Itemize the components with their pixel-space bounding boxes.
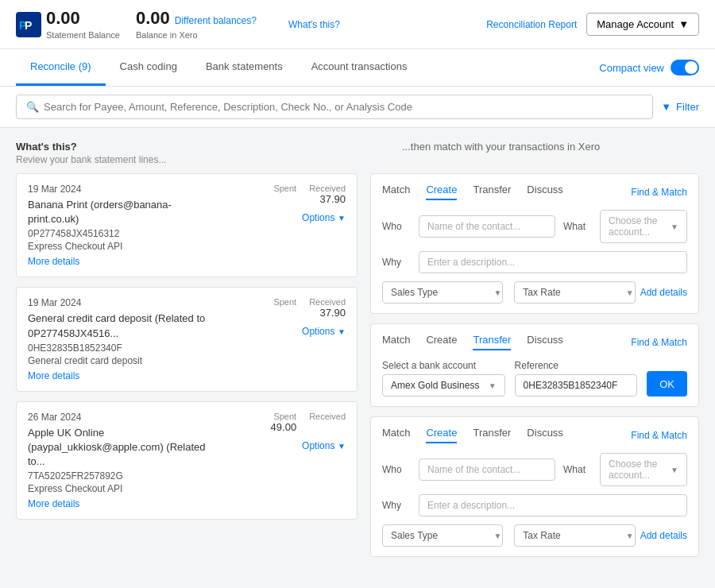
tx-date-2: 19 Mar 2024 xyxy=(28,297,210,308)
tax-rate-select-1[interactable]: Tax Rate xyxy=(514,281,635,304)
tx-received-label-3: Received xyxy=(309,412,346,421)
manage-account-label: Manage Account xyxy=(597,18,674,30)
tx-date-3: 26 Mar 2024 xyxy=(28,412,207,423)
options-btn-1[interactable]: Options xyxy=(302,212,334,223)
match-tab-create-2[interactable]: Create xyxy=(426,334,457,350)
statement-balance-label: Statement Balance xyxy=(46,30,120,40)
filter-button[interactable]: ▼ Filter xyxy=(661,101,699,113)
left-section-header: What's this? Review your bank statement … xyxy=(16,141,358,165)
sales-type-select-3[interactable]: Sales Type xyxy=(382,524,503,547)
compact-view-toggle[interactable]: Compact view xyxy=(599,60,699,75)
match-tab-transfer-3[interactable]: Transfer xyxy=(473,427,511,443)
who-input-3[interactable] xyxy=(419,458,555,481)
tx-received-label-2: Received xyxy=(309,297,346,307)
add-details-link-1[interactable]: Add details xyxy=(640,287,687,298)
transactions-area: 19 Mar 2024 Banana Print (orders@banana-… xyxy=(16,173,699,557)
sales-type-select-1[interactable]: Sales Type xyxy=(382,281,503,304)
tx-spent-label-1: Spent xyxy=(273,184,296,193)
search-input[interactable] xyxy=(44,101,643,113)
tx-received-label-1: Received xyxy=(309,184,346,193)
tx-received-value-1: 37.90 xyxy=(309,193,346,205)
left-section-subtitle: Review your bank statement lines... xyxy=(16,154,358,165)
bank-select-wrapper-2[interactable]: Amex Gold Business ▼ xyxy=(382,374,505,397)
options-btn-3[interactable]: Options xyxy=(302,440,334,451)
tax-chevron-3: ▼ xyxy=(626,532,634,540)
search-icon: 🔍 xyxy=(26,101,39,113)
sales-chevron-3: ▼ xyxy=(493,532,501,540)
options-btn-2[interactable]: Options xyxy=(302,326,334,337)
options-chevron-1: ▼ xyxy=(338,214,346,222)
who-row-3: Who What Choose the account... ▼ xyxy=(382,453,687,486)
match-tabs-1: Match Create Transfer Discuss Find & Mat… xyxy=(382,184,687,200)
options-chevron-3: ▼ xyxy=(338,442,346,451)
top-bar-right: Reconciliation Report Manage Account ▼ xyxy=(486,13,699,36)
reference-field-2: Reference xyxy=(515,360,638,397)
why-input-1[interactable] xyxy=(419,251,687,273)
what-select-1[interactable]: Choose the account... ▼ xyxy=(600,210,687,243)
what-select-3[interactable]: Choose the account... ▼ xyxy=(600,453,687,486)
whats-this-link[interactable]: What's this? xyxy=(288,19,340,30)
search-input-wrapper: 🔍 xyxy=(16,95,653,119)
match-card-1: Match Create Transfer Discuss Find & Mat… xyxy=(370,173,699,314)
tx-desc-3: Apple UK Online (paypal_ukkiosk@apple.co… xyxy=(28,426,207,470)
tx-spent-label-2: Spent xyxy=(273,297,296,307)
match-tab-transfer-2[interactable]: Transfer xyxy=(473,334,511,350)
left-panel: 19 Mar 2024 Banana Print (orders@banana-… xyxy=(16,173,358,557)
what-label-3: What xyxy=(563,464,592,475)
reference-input-2[interactable] xyxy=(515,374,638,397)
tx-ref-2: 0HE32835B1852340F xyxy=(28,342,210,354)
find-match-link-1[interactable]: Find & Match xyxy=(631,187,687,198)
tax-rate-select-3[interactable]: Tax Rate xyxy=(514,524,635,547)
why-input-3[interactable] xyxy=(419,494,687,516)
tab-bank-statements[interactable]: Bank statements xyxy=(191,49,297,86)
what-chevron-1: ▼ xyxy=(671,222,678,231)
reconciliation-report-link[interactable]: Reconciliation Report xyxy=(486,19,577,30)
bank-account-select-2[interactable]: Amex Gold Business xyxy=(391,380,489,391)
reference-label-2: Reference xyxy=(515,360,638,371)
ok-button-2[interactable]: OK xyxy=(647,371,687,397)
tx-source-3: Express Checkout API xyxy=(28,483,207,494)
diff-link[interactable]: Different balances? xyxy=(175,15,257,26)
tx-ref-3: 7TA52025FR257892G xyxy=(28,470,207,482)
tx-more-1[interactable]: More details xyxy=(28,256,79,267)
compact-view-switch[interactable] xyxy=(671,60,699,75)
match-tab-discuss-1[interactable]: Discuss xyxy=(527,184,563,200)
match-tab-match-1[interactable]: Match xyxy=(382,184,410,200)
match-tab-match-2[interactable]: Match xyxy=(382,334,410,350)
tx-spent-value-3: 49.00 xyxy=(271,421,297,433)
tx-desc-1: Banana Print (orders@banana-print.co.uk) xyxy=(28,198,210,226)
who-row-1: Who What Choose the account... ▼ xyxy=(382,210,687,243)
match-tab-create-1[interactable]: Create xyxy=(426,184,457,200)
match-tab-match-3[interactable]: Match xyxy=(382,427,410,443)
top-bar: P P 0.00 Statement Balance 0.00 Differen… xyxy=(0,0,715,49)
bank-chevron-2: ▼ xyxy=(489,381,497,390)
match-tab-discuss-2[interactable]: Discuss xyxy=(527,334,563,350)
tab-account-transactions[interactable]: Account transactions xyxy=(297,49,422,86)
match-tabs-3: Match Create Transfer Discuss Find & Mat… xyxy=(382,427,687,443)
who-input-1[interactable] xyxy=(419,215,555,238)
match-tab-transfer-1[interactable]: Transfer xyxy=(473,184,511,200)
tx-desc-2: General credit card deposit (Related to … xyxy=(28,311,210,340)
tabs-bar: Reconcile (9) Cash coding Bank statement… xyxy=(0,49,715,87)
bank-account-label-2: Select a bank account xyxy=(382,360,505,371)
filter-label: Filter xyxy=(676,101,699,113)
filter-icon: ▼ xyxy=(661,101,671,113)
sales-row-1: Sales Type ▼ Tax Rate ▼ Add details xyxy=(382,281,687,304)
what-placeholder-3: Choose the account... xyxy=(609,458,671,481)
manage-account-button[interactable]: Manage Account ▼ xyxy=(586,13,699,36)
add-details-link-3[interactable]: Add details xyxy=(640,530,687,541)
match-tab-discuss-3[interactable]: Discuss xyxy=(527,427,563,443)
transaction-card-2: 19 Mar 2024 General credit card deposit … xyxy=(16,287,358,391)
tx-more-2[interactable]: More details xyxy=(28,370,79,381)
tab-cash-coding[interactable]: Cash coding xyxy=(106,49,191,86)
tx-more-3[interactable]: More details xyxy=(28,498,79,509)
main-content: What's this? Review your bank statement … xyxy=(0,128,715,570)
match-tab-create-3[interactable]: Create xyxy=(426,427,457,443)
find-match-link-2[interactable]: Find & Match xyxy=(631,337,687,348)
find-match-link-3[interactable]: Find & Match xyxy=(631,430,687,441)
top-bar-left: P P 0.00 Statement Balance 0.00 Differen… xyxy=(16,8,340,41)
what-label-1: What xyxy=(563,221,592,232)
tab-reconcile[interactable]: Reconcile (9) xyxy=(16,49,106,86)
xero-balance-amount: 0.00 xyxy=(136,8,170,29)
tx-received-value-2: 37.90 xyxy=(309,307,346,319)
